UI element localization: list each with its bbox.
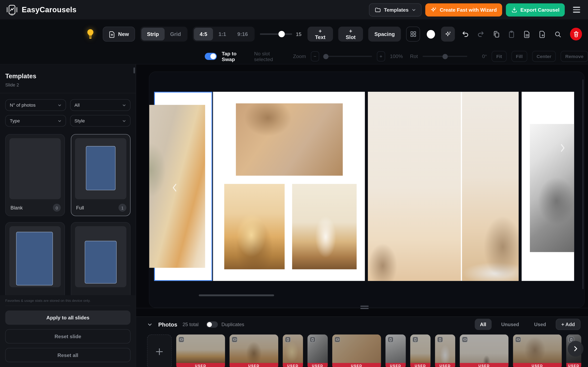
center-button[interactable]: Center	[532, 51, 556, 62]
carousel-next-icon[interactable]	[556, 143, 569, 153]
slide-photo-boardwalk-walk[interactable]	[292, 184, 357, 269]
tap-to-swap-toggle[interactable]	[205, 53, 217, 60]
zoom-decrease-button[interactable]: −	[311, 51, 319, 61]
slide-photo-sunset-kiss[interactable]	[224, 184, 285, 269]
tips-bulb-icon[interactable]	[83, 28, 95, 41]
photo-thumb[interactable]: USED	[513, 334, 562, 367]
apply-all-slides-button[interactable]: Apply to all slides	[5, 310, 130, 325]
photo-select-checkbox[interactable]	[232, 337, 237, 342]
delete-slide-button[interactable]	[570, 28, 582, 41]
aspect-1-1-tab[interactable]: 1:1	[213, 28, 232, 41]
photo-select-checkbox[interactable]	[413, 337, 418, 342]
fill-button[interactable]: Fill	[511, 51, 527, 62]
duplicates-toggle[interactable]	[206, 321, 218, 328]
template-card-row2-3[interactable]	[71, 222, 130, 304]
upload-photo-tile[interactable]	[147, 334, 172, 367]
corner-radius-slider[interactable]	[260, 33, 292, 35]
used-badge: USED	[385, 363, 406, 367]
carousel-slide-2[interactable]	[213, 92, 365, 281]
undo-button[interactable]	[460, 29, 471, 39]
export-carousel-label: Export Carousel	[520, 7, 560, 12]
zoom-slider[interactable]	[324, 56, 372, 57]
photo-select-checkbox[interactable]	[515, 337, 521, 342]
reset-slide-button[interactable]: Reset slide	[5, 329, 130, 343]
slide-photo-beach-couple-right[interactable]	[462, 92, 519, 281]
ai-enhance-button[interactable]	[441, 26, 455, 42]
layout-grid-picker-button[interactable]	[406, 26, 420, 42]
filter-all-dropdown[interactable]: All	[70, 99, 130, 111]
reset-all-button[interactable]: Reset all	[5, 348, 130, 362]
photo-select-checkbox[interactable]	[462, 337, 467, 342]
photo-thumb[interactable]: USED	[308, 334, 328, 367]
background-color-swatch[interactable]	[427, 30, 435, 38]
carousel-prev-icon[interactable]	[168, 183, 181, 193]
zoom-increase-button[interactable]: +	[377, 51, 385, 61]
photo-select-checkbox[interactable]	[335, 337, 340, 342]
canvas-scrollbar-horizontal[interactable]	[199, 294, 274, 296]
collapse-panel-button[interactable]	[147, 322, 152, 327]
layout-grid-tab[interactable]: Grid	[164, 28, 187, 41]
template-card-row2-2[interactable]	[5, 222, 65, 304]
slider-thumb[interactable]	[279, 31, 285, 37]
paste-button[interactable]	[506, 29, 517, 39]
sidebar-scrollbar[interactable]	[134, 67, 135, 73]
photo-select-checkbox[interactable]	[285, 337, 291, 342]
photo-thumb[interactable]: USED	[410, 334, 431, 367]
photo-thumb[interactable]: USED	[435, 334, 455, 367]
rotation-slider-thumb[interactable]	[442, 54, 448, 59]
add-text-button[interactable]: + Text	[308, 26, 333, 42]
redo-button[interactable]	[476, 29, 486, 39]
canvas-scrollbar-vertical[interactable]	[582, 79, 583, 289]
filter-num-photos-dropdown[interactable]: N° of photos	[5, 99, 66, 111]
template-card-full[interactable]: Full1	[71, 134, 130, 216]
save-button[interactable]	[522, 29, 532, 39]
photos-filter-used[interactable]: Used	[529, 319, 551, 330]
copy-icon	[492, 30, 500, 38]
photo-thumb[interactable]: USED	[176, 334, 225, 367]
slide-photo-beach-sky-left[interactable]	[368, 92, 461, 281]
new-carousel-button[interactable]: New	[103, 26, 135, 42]
templates-menu-button[interactable]: Templates	[369, 3, 421, 16]
app-logo-icon	[6, 4, 18, 16]
photo-select-checkbox[interactable]	[310, 337, 315, 342]
export-carousel-button[interactable]: Export Carousel	[506, 3, 565, 16]
layout-strip-tab[interactable]: Strip	[141, 28, 164, 41]
copy-button[interactable]	[491, 29, 502, 39]
photos-filter-unused[interactable]: Unused	[496, 319, 524, 330]
carousel-slide-1-selected[interactable]	[154, 92, 212, 281]
remove-button[interactable]: Remove	[561, 51, 588, 62]
photo-thumb[interactable]: USED	[385, 334, 406, 367]
orientation-icon	[439, 338, 441, 341]
fit-button[interactable]: Fit	[492, 51, 507, 62]
menu-hamburger-icon[interactable]	[571, 4, 582, 15]
aspect-4-5-tab[interactable]: 4:5	[194, 28, 213, 41]
add-slot-button[interactable]: + Slot	[338, 26, 363, 42]
spacing-button[interactable]: Spacing	[368, 26, 401, 42]
strip-scroll-next-button[interactable]	[568, 341, 583, 357]
photo-select-checkbox[interactable]	[178, 337, 184, 342]
filter-style-dropdown[interactable]: Style	[70, 115, 130, 127]
template-card-blank[interactable]: Blank0	[5, 134, 65, 216]
photo-thumb[interactable]: USED	[230, 334, 278, 367]
filter-type-dropdown[interactable]: Type	[5, 115, 66, 127]
photo-select-checkbox[interactable]	[388, 337, 393, 342]
carousel-slide-4[interactable]	[522, 92, 574, 281]
toolbar: New Strip Grid 4:5 1:1 9:16 15 + Text + …	[0, 19, 588, 49]
aspect-9-16-tab[interactable]: 9:16	[232, 28, 253, 41]
add-photos-button[interactable]: + Add	[556, 319, 580, 330]
photo-thumb[interactable]: USED	[332, 334, 381, 367]
carousel-slide-3[interactable]	[368, 92, 519, 281]
trash-icon	[573, 31, 579, 37]
search-button[interactable]	[552, 29, 563, 39]
rotation-slider[interactable]	[423, 56, 467, 57]
photos-filter-all[interactable]: All	[475, 319, 492, 330]
slide-photo-couple-closeup[interactable]	[236, 103, 343, 176]
used-badge: USED	[435, 363, 455, 367]
panel-resize-handle[interactable]	[360, 306, 368, 309]
create-wizard-button[interactable]: Create Fast with Wizard	[425, 3, 502, 16]
photo-select-checkbox[interactable]	[437, 337, 443, 342]
photo-thumb[interactable]: USED	[460, 334, 508, 367]
zoom-slider-thumb[interactable]	[323, 54, 329, 59]
save-as-button[interactable]	[537, 29, 547, 39]
photo-thumb[interactable]: USED	[283, 334, 303, 367]
